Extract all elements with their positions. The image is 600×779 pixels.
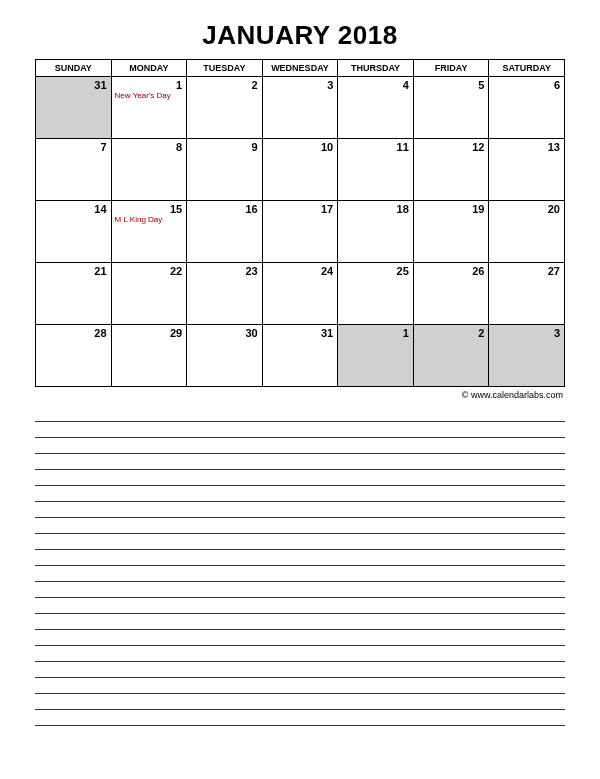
event-label: New Year's Day — [115, 92, 183, 101]
note-line — [35, 662, 565, 678]
note-line — [35, 438, 565, 454]
calendar-cell: 20 — [489, 201, 565, 263]
calendar-cell: 17 — [262, 201, 338, 263]
day-number: 3 — [492, 327, 560, 339]
calendar-cell: 9 — [187, 139, 263, 201]
day-number: 3 — [266, 79, 334, 91]
weekday-header: MONDAY — [111, 60, 187, 77]
note-line — [35, 694, 565, 710]
calendar-cell: 4 — [338, 77, 414, 139]
note-line — [35, 486, 565, 502]
calendar-cell: 19 — [413, 201, 489, 263]
day-number: 31 — [266, 327, 334, 339]
weekday-header: SATURDAY — [489, 60, 565, 77]
calendar-title: JANUARY 2018 — [35, 20, 565, 51]
day-number: 17 — [266, 203, 334, 215]
calendar-cell: 3 — [262, 77, 338, 139]
calendar-cell: 31 — [262, 325, 338, 387]
note-line — [35, 646, 565, 662]
day-number: 23 — [190, 265, 258, 277]
calendar-grid: SUNDAY MONDAY TUESDAY WEDNESDAY THURSDAY… — [35, 59, 565, 387]
calendar-row: 21222324252627 — [36, 263, 565, 325]
day-number: 28 — [39, 327, 107, 339]
calendar-cell: 7 — [36, 139, 112, 201]
note-line — [35, 406, 565, 422]
event-label: M L King Day — [115, 216, 183, 225]
calendar-cell: 30 — [187, 325, 263, 387]
calendar-cell: 3 — [489, 325, 565, 387]
calendar-cell: 18 — [338, 201, 414, 263]
day-number: 11 — [341, 141, 409, 153]
note-line — [35, 422, 565, 438]
calendar-cell: 26 — [413, 263, 489, 325]
day-number: 10 — [266, 141, 334, 153]
calendar-row: 1415M L King Day1617181920 — [36, 201, 565, 263]
day-number: 14 — [39, 203, 107, 215]
day-number: 15 — [115, 203, 183, 215]
calendar-cell: 6 — [489, 77, 565, 139]
calendar-cell: 2 — [413, 325, 489, 387]
day-number: 19 — [417, 203, 485, 215]
day-number: 20 — [492, 203, 560, 215]
calendar-cell: 29 — [111, 325, 187, 387]
credit-text: © www.calendarlabs.com — [35, 387, 565, 406]
day-number: 26 — [417, 265, 485, 277]
calendar-row: 78910111213 — [36, 139, 565, 201]
day-number: 29 — [115, 327, 183, 339]
day-number: 1 — [115, 79, 183, 91]
day-number: 13 — [492, 141, 560, 153]
calendar-cell: 5 — [413, 77, 489, 139]
calendar-cell: 16 — [187, 201, 263, 263]
calendar-cell: 25 — [338, 263, 414, 325]
calendar-cell: 24 — [262, 263, 338, 325]
day-number: 4 — [341, 79, 409, 91]
day-number: 8 — [115, 141, 183, 153]
calendar-row: 311New Year's Day23456 — [36, 77, 565, 139]
calendar-cell: 28 — [36, 325, 112, 387]
note-line — [35, 566, 565, 582]
note-line — [35, 582, 565, 598]
day-number: 12 — [417, 141, 485, 153]
note-line — [35, 598, 565, 614]
note-line — [35, 710, 565, 726]
calendar-cell: 22 — [111, 263, 187, 325]
calendar-cell: 12 — [413, 139, 489, 201]
calendar-cell: 1New Year's Day — [111, 77, 187, 139]
calendar-cell: 31 — [36, 77, 112, 139]
note-line — [35, 454, 565, 470]
calendar-cell: 8 — [111, 139, 187, 201]
day-number: 2 — [417, 327, 485, 339]
note-line — [35, 630, 565, 646]
day-number: 18 — [341, 203, 409, 215]
day-number: 16 — [190, 203, 258, 215]
weekday-header: THURSDAY — [338, 60, 414, 77]
day-number: 1 — [341, 327, 409, 339]
note-line — [35, 678, 565, 694]
calendar-cell: 23 — [187, 263, 263, 325]
day-number: 30 — [190, 327, 258, 339]
calendar-cell: 13 — [489, 139, 565, 201]
weekday-header-row: SUNDAY MONDAY TUESDAY WEDNESDAY THURSDAY… — [36, 60, 565, 77]
weekday-header: TUESDAY — [187, 60, 263, 77]
note-line — [35, 534, 565, 550]
day-number: 22 — [115, 265, 183, 277]
day-number: 27 — [492, 265, 560, 277]
day-number: 7 — [39, 141, 107, 153]
weekday-header: SUNDAY — [36, 60, 112, 77]
day-number: 9 — [190, 141, 258, 153]
calendar-row: 28293031123 — [36, 325, 565, 387]
day-number: 24 — [266, 265, 334, 277]
note-line — [35, 518, 565, 534]
day-number: 21 — [39, 265, 107, 277]
weekday-header: FRIDAY — [413, 60, 489, 77]
day-number: 2 — [190, 79, 258, 91]
calendar-cell: 27 — [489, 263, 565, 325]
calendar-cell: 2 — [187, 77, 263, 139]
calendar-cell: 21 — [36, 263, 112, 325]
day-number: 6 — [492, 79, 560, 91]
calendar-cell: 10 — [262, 139, 338, 201]
notes-area — [35, 406, 565, 726]
note-line — [35, 550, 565, 566]
note-line — [35, 502, 565, 518]
calendar-cell: 15M L King Day — [111, 201, 187, 263]
